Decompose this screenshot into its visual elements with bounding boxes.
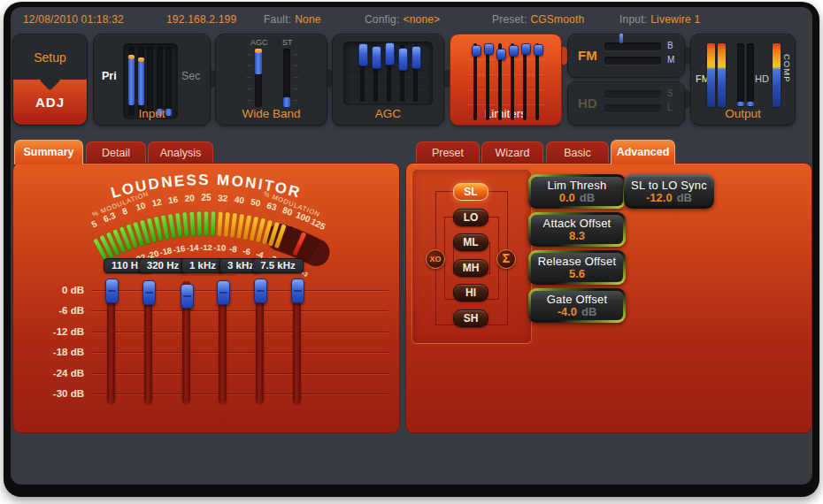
wideband-agc-meter — [255, 49, 262, 107]
nav-block-wideband[interactable]: AGC ST Wide Band — [215, 34, 327, 126]
band-button-hi[interactable]: HI — [453, 284, 488, 302]
crossover-button-7-5-khz[interactable]: 7.5 kHz — [252, 258, 304, 273]
band-button-mh[interactable]: MH — [453, 259, 488, 277]
eq-scale-label: -6 dB — [27, 305, 84, 316]
eq-slider-handle-1[interactable] — [105, 279, 119, 303]
control-label: Attack Offset — [543, 217, 611, 230]
top-scale-50: 50 — [250, 197, 262, 209]
eq-gridline--24dB — [91, 373, 388, 374]
nav-block-hd[interactable]: HD SL — [567, 81, 685, 126]
status-fault: Fault:None — [264, 13, 321, 26]
summary-panel: LOUDNESS MONITOR% MODULATION% MODULATION… — [12, 163, 400, 433]
agc-meter-well — [343, 42, 433, 105]
nav-block-fm[interactable]: FM BM — [567, 34, 685, 78]
wideband-agc-label: AGC — [250, 38, 268, 47]
nav-block-input[interactable]: Pri Sec Input — [93, 34, 211, 126]
eq-slider-handle-4[interactable] — [217, 280, 230, 305]
limiter-gridline — [466, 59, 546, 60]
eq-scale-label: -30 dB — [27, 388, 84, 399]
hd-label: HD — [578, 95, 597, 111]
control-sl-to-lo-sync[interactable]: SL to LO Sync-12.0dB — [624, 174, 714, 209]
agc-slider-handle-4 — [398, 48, 408, 71]
meter-segment-14 — [182, 212, 189, 237]
eq-scale-label: -12 dB — [27, 326, 84, 337]
limiter-gridline — [466, 104, 546, 105]
status-config: Config:<none> — [365, 13, 440, 26]
meter-segment-13 — [175, 213, 183, 238]
band-button-lo[interactable]: LO — [453, 209, 488, 226]
top-scale-80: 80 — [281, 205, 295, 218]
control-release-offset[interactable]: Release Offset5.6 — [528, 250, 626, 285]
meter-segment-17 — [204, 211, 208, 236]
control-label: SL to LO Sync — [631, 179, 707, 192]
control-value-number: -4.0 — [558, 305, 577, 318]
meter-segment-19 — [217, 211, 223, 236]
control-label: Release Offset — [538, 255, 617, 268]
crossover-button-320-hz[interactable]: 320 Hz — [139, 258, 187, 273]
tab-preset[interactable]: Preset — [416, 141, 480, 164]
band-button-sl[interactable]: SL — [453, 183, 488, 201]
sum-button[interactable]: Σ — [496, 249, 516, 269]
control-value: -4.0dB — [558, 306, 597, 318]
nav-block-output[interactable]: FM HD COMP Output — [690, 34, 796, 126]
band-button-ml[interactable]: ML — [453, 233, 488, 251]
hd-blk-row-label-l: L — [667, 103, 673, 112]
advanced-panel: SLLOMLMHHISH XO Σ Lim Thresh0.0dBSL to L… — [405, 163, 812, 433]
eq-gridline--30dB — [91, 393, 388, 394]
wideband-agc-fill — [255, 51, 262, 74]
top-scale-32: 32 — [218, 193, 228, 203]
input-meter-track — [138, 47, 144, 116]
xo-button[interactable]: XO — [426, 249, 445, 269]
agc-caption: AGC — [333, 107, 443, 120]
nav-block-agc[interactable]: AGC — [332, 34, 444, 126]
tab-wizard[interactable]: Wizard — [481, 141, 543, 164]
tab-advanced[interactable]: Advanced — [611, 140, 675, 164]
hd-blk-row-label-s: S — [667, 88, 673, 98]
tab-summary[interactable]: Summary — [14, 140, 83, 164]
application-window: 12/08/2010 01:18:32 192.168.2.199 Fault:… — [0, 0, 823, 504]
band-selector-panel: SLLOMLMHHISH XO Σ — [412, 169, 532, 344]
control-attack-offset[interactable]: Attack Offset8.3 — [528, 212, 626, 247]
crossover-button-1-khz[interactable]: 1 kHz — [181, 258, 224, 273]
eq-gridline-0dB — [91, 290, 388, 291]
tab-detail[interactable]: Detail — [86, 141, 146, 164]
tab-analysis[interactable]: Analysis — [148, 141, 213, 164]
control-lim-thresh[interactable]: Lim Thresh0.0dB — [528, 174, 626, 209]
limiter-slider-handle-1 — [472, 45, 481, 57]
control-gate-offset[interactable]: Gate Offset-4.0dB — [528, 288, 626, 323]
wideband-st-meter — [283, 49, 290, 107]
fm-label: FM — [578, 48, 597, 63]
output-hd-fill — [737, 102, 744, 106]
scale-tick — [247, 100, 250, 101]
eq-gridline--6dB — [91, 310, 388, 311]
scale-tick — [295, 65, 298, 66]
bottom-scale--10: -10 — [213, 242, 226, 253]
eq-slider-handle-2[interactable] — [142, 280, 156, 305]
input-sec-label: Sec — [181, 70, 201, 82]
top-scale-10: 10 — [135, 200, 147, 212]
top-scale-5: 5 — [90, 218, 99, 230]
control-value-number: 0.0 — [559, 191, 575, 204]
band-button-sh[interactable]: SH — [453, 309, 488, 327]
bottom-scale--18: -18 — [159, 245, 173, 257]
scale-tick — [295, 54, 298, 55]
fm-blk-track-m — [604, 57, 661, 65]
output-fm-meter-2 — [718, 43, 726, 107]
nav-block-setup-adj[interactable]: Setup ADJ — [12, 34, 88, 126]
control-value: 8.3 — [569, 230, 585, 242]
input-meter-track — [165, 47, 172, 116]
bottom-scale--14: -14 — [186, 242, 199, 253]
scale-tick — [247, 88, 250, 89]
top-scale-125: 125 — [310, 217, 327, 232]
bottom-scale--12: -12 — [200, 242, 212, 252]
scale-tick — [247, 65, 250, 66]
output-hd-label: HD — [755, 73, 769, 84]
eq-slider-handle-6[interactable] — [291, 279, 304, 303]
wideband-st-label: ST — [282, 38, 293, 47]
eq-slider-handle-5[interactable] — [254, 279, 267, 303]
scale-tick — [247, 54, 250, 55]
nav-block-limiters[interactable]: Limiters — [450, 34, 562, 126]
agc-slider-handle-5 — [412, 46, 421, 69]
eq-slider-handle-3[interactable] — [181, 284, 194, 309]
tab-basic[interactable]: Basic — [546, 141, 609, 164]
